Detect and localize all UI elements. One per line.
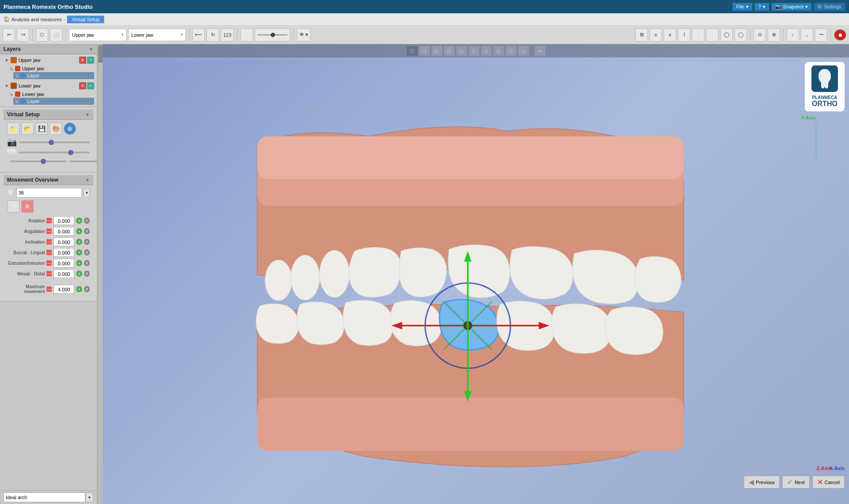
upper-jaw-remove[interactable]: ✕: [79, 57, 86, 64]
lower-jaw-add[interactable]: +: [87, 82, 94, 89]
arrow-up-btn[interactable]: ↑: [787, 28, 799, 42]
upper-jaw-select[interactable]: Upper jaw ▾: [69, 29, 126, 41]
move-btn[interactable]: ⟵: [192, 28, 205, 42]
lower-jaw-sub-item[interactable]: ↳ Lower jaw: [8, 91, 94, 98]
align-btn-1[interactable]: ≡: [650, 28, 662, 42]
movement-reset-btn[interactable]: ✕: [21, 200, 34, 213]
next-button[interactable]: ✓ Next: [782, 476, 810, 489]
vp-btn-6[interactable]: ⬡: [468, 46, 480, 56]
ideal-arch-input[interactable]: [4, 493, 85, 502]
jaw-btn-2[interactable]: 🦷: [706, 28, 719, 42]
breadcrumb-analysis[interactable]: Analysis and measures: [11, 17, 62, 22]
settings-button[interactable]: ⚙ Settings: [814, 3, 845, 11]
grid-btn[interactable]: ⊞: [635, 28, 648, 42]
inclination-reset[interactable]: ↺: [84, 239, 90, 245]
mesial-reset[interactable]: ↺: [84, 271, 90, 277]
undo-button[interactable]: ↩: [3, 28, 15, 42]
breadcrumb-virtual-setup[interactable]: Virtual Setup: [67, 15, 104, 23]
lower-jaw-select[interactable]: Lower jaw ▾: [128, 29, 186, 41]
breadcrumb-home[interactable]: 🏠: [4, 16, 10, 22]
max-plus[interactable]: +: [76, 286, 82, 292]
inclination-minus[interactable]: —: [46, 239, 51, 244]
rotation-plus[interactable]: +: [76, 218, 82, 224]
jaw-btn-1[interactable]: 🦷: [692, 28, 704, 42]
buccal-plus[interactable]: +: [76, 249, 82, 256]
tooth-number-input[interactable]: [16, 188, 82, 198]
vs-save-btn[interactable]: 💾: [35, 122, 48, 135]
vs-settings-btn[interactable]: ⊕: [64, 122, 76, 135]
lower-jaw-layer-item[interactable]: ▼ Lower jaw: [3, 82, 42, 90]
movement-collapse[interactable]: ▼: [85, 178, 90, 183]
tooth-view-btn[interactable]: 🦷: [241, 28, 253, 42]
vp-btn-9[interactable]: ⬡: [505, 46, 517, 56]
viewport[interactable]: ⬡ ⬡ ⬡ ⬡ ⬡ ⬡ ⬡ ⬡ ⬡ ⬡ ✏: [103, 44, 849, 504]
vs-color-btn[interactable]: 🎨: [50, 122, 62, 135]
rotation-minus[interactable]: —: [46, 218, 51, 223]
extrusion-reset[interactable]: ↺: [84, 260, 90, 266]
vp-btn-10[interactable]: ⬡: [518, 46, 529, 56]
vp-btn-7[interactable]: ⬡: [481, 46, 492, 56]
vp-btn-4[interactable]: ⬡: [444, 46, 455, 56]
vp-btn-2[interactable]: ⬡: [419, 46, 430, 56]
shape-btn-2[interactable]: ◯: [734, 28, 747, 42]
vp-btn-1[interactable]: ⬡: [406, 46, 418, 56]
align-btn-3[interactable]: ⌇: [678, 28, 690, 42]
angulation-plus[interactable]: +: [76, 228, 82, 234]
rotate-btn[interactable]: ↻: [207, 28, 219, 42]
file-menu[interactable]: File ▾: [732, 3, 753, 11]
inclination-plus[interactable]: +: [76, 239, 82, 245]
vp-btn-5[interactable]: ⬡: [456, 46, 467, 56]
align-btn-2[interactable]: ≡: [664, 28, 676, 42]
upper-jaw-sub-item[interactable]: ↳ Upper jaw: [8, 65, 94, 72]
vs-folder-btn[interactable]: 📂: [21, 122, 34, 135]
rotation-reset[interactable]: ↺: [84, 218, 90, 224]
tooth-dropdown-btn[interactable]: ▾: [84, 188, 90, 198]
virtual-setup-header[interactable]: Virtual Setup ▼: [4, 110, 93, 120]
arrow-down-btn[interactable]: ↓: [801, 28, 813, 42]
record-btn[interactable]: ⏺: [834, 29, 846, 41]
redo-button[interactable]: ↪: [17, 28, 29, 42]
help-menu[interactable]: ? ▾: [754, 3, 769, 11]
upper-jaw-add[interactable]: +: [87, 57, 94, 64]
angulation-minus[interactable]: —: [46, 229, 51, 234]
previous-button[interactable]: ◀ Previous: [744, 476, 780, 489]
vs-opacity-slider-3[interactable]: [69, 160, 97, 162]
angulation-reset[interactable]: ↺: [84, 228, 90, 234]
vp-btn-8[interactable]: ⬡: [493, 46, 505, 56]
shape-btn-1[interactable]: ◯: [720, 28, 733, 42]
max-minus[interactable]: —: [46, 286, 51, 292]
view-btn-1[interactable]: ⬡: [36, 28, 48, 42]
movement-header[interactable]: Movement Overview ▼: [4, 175, 93, 185]
cancel-button[interactable]: ✕ Cancel: [812, 476, 845, 489]
lower-jaw-remove[interactable]: ✕: [79, 82, 86, 89]
slider-btn[interactable]: [255, 28, 290, 42]
layers-collapse[interactable]: ▼: [89, 47, 93, 52]
vs-opacity-slider-1[interactable]: [19, 152, 90, 153]
vs-collapse[interactable]: ▼: [85, 112, 90, 117]
tool-btn-2[interactable]: ⊗: [768, 28, 780, 42]
vs-view-slider[interactable]: [19, 141, 90, 143]
lower-layer-item[interactable]: ↳ Layer: [13, 98, 94, 105]
panel-scrollbar[interactable]: [97, 44, 103, 504]
wave-btn[interactable]: 〜: [815, 28, 827, 42]
mesial-minus[interactable]: —: [46, 271, 51, 276]
extrusion-minus[interactable]: —: [46, 260, 51, 266]
buccal-minus[interactable]: —: [46, 250, 51, 255]
vs-open-btn[interactable]: 📁: [7, 122, 19, 135]
upper-jaw-layer-item[interactable]: ▼ Upper jaw: [3, 56, 42, 64]
mesial-plus[interactable]: +: [76, 271, 82, 277]
tool-btn-1[interactable]: ⊙: [753, 28, 766, 42]
layers-header[interactable]: Layers ▼: [0, 44, 97, 54]
snapshot-menu[interactable]: 📷 Snapshot ▾: [771, 3, 812, 11]
extrusion-plus[interactable]: +: [76, 260, 82, 266]
vs-opacity-slider-2[interactable]: [10, 160, 67, 162]
upper-layer-item[interactable]: ↳ Layer: [13, 72, 94, 79]
visibility-btn[interactable]: 👁 ▾: [297, 28, 311, 42]
view-btn-2[interactable]: ⬜: [50, 28, 62, 42]
num-btn[interactable]: 123: [221, 28, 234, 42]
scroll-thumb[interactable]: [98, 45, 103, 63]
ideal-arch-dropdown[interactable]: ▾: [85, 493, 93, 502]
movement-apply-btn[interactable]: 🦷: [7, 200, 19, 213]
buccal-reset[interactable]: ↺: [84, 249, 90, 256]
max-reset[interactable]: ↺: [84, 286, 90, 292]
